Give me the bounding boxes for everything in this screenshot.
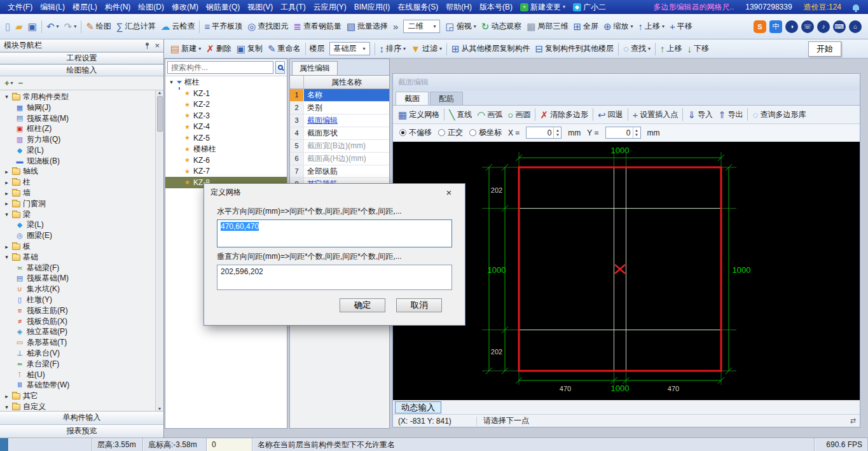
export-button[interactable]: ⇑ 导出 — [715, 108, 746, 122]
component-item[interactable]: ★ KZ-6 — [165, 155, 287, 166]
menu-item[interactable]: 构件(N) — [101, 0, 135, 14]
nav-tree-item[interactable]: ▭ 条形基础(T) — [0, 337, 163, 348]
pin-icon[interactable] — [146, 43, 149, 46]
nav-tree-item[interactable]: ▾ 常用构件类型 — [0, 92, 163, 102]
y-coordinate-input[interactable]: 0 ▲▼ — [605, 127, 641, 139]
menu-item[interactable]: 在线服务(S) — [394, 0, 442, 14]
set-insert-point-button[interactable]: + 设置插入点 — [630, 108, 681, 122]
nav-tree-item[interactable]: ≠ 筏板负筋(X) — [0, 316, 163, 327]
component-group-row[interactable]: ▾ 框柱 — [165, 76, 287, 88]
top-view-button[interactable]: ◲ 俯视 ▾ — [443, 19, 478, 34]
menu-item[interactable]: BIM应用(I) — [350, 0, 394, 14]
mic-icon[interactable]: ♪ — [817, 20, 830, 33]
nav-tree-item[interactable]: ▤ 筏板基础(M) — [0, 113, 163, 124]
import-button[interactable]: ⇓ 导入 — [685, 108, 715, 122]
nav-tree-item[interactable]: ⊥ 桩承台(V) — [0, 348, 163, 359]
delete-button[interactable]: ✗ 删除 — [203, 41, 234, 56]
tree-caret-icon[interactable]: ▾ — [4, 254, 10, 260]
property-row[interactable]: 7 全部纵筋 — [290, 165, 389, 178]
nav-tree-item[interactable]: ▸ 轴线 — [0, 167, 163, 177]
flush-slab-top-button[interactable]: ≡ 平齐板顶 — [202, 19, 245, 34]
find-button[interactable]: ◌ 查找 ▾ — [621, 41, 653, 56]
new-change-button[interactable]: + 新建变更 ▾ — [516, 0, 569, 14]
moon-icon[interactable]: ◑ — [785, 20, 798, 33]
spinner-arrows[interactable]: ▲▼ — [553, 127, 561, 138]
spinner-arrows[interactable]: ▲▼ — [633, 127, 640, 138]
open-file-button[interactable]: ▰ — [13, 20, 25, 33]
nav-tree-item[interactable]: ◎ 圈梁(E) — [0, 230, 163, 241]
menu-item[interactable]: 云应用(Y) — [310, 0, 350, 14]
filter-button[interactable]: ▼ 过滤 ▾ — [408, 41, 444, 56]
search-button[interactable] — [275, 61, 285, 74]
move-up-view-button[interactable]: ↑ 上移 ▾ — [636, 19, 668, 34]
find-element-button[interactable]: ◎ 查找图元 — [245, 19, 291, 34]
expand-all-button[interactable]: + ▾ — [4, 79, 13, 87]
offset-option-none[interactable]: 不偏移 — [399, 127, 432, 138]
component-item[interactable]: ★ KZ-2 — [165, 99, 287, 111]
assistant-button[interactable]: ◆ 广小二 — [569, 0, 610, 14]
tab-property-edit[interactable]: 属性编辑 — [292, 61, 338, 75]
save-button[interactable]: ▣ — [25, 20, 39, 33]
view-mode-select[interactable]: 二维 ▾ — [403, 20, 440, 33]
tree-caret-icon[interactable]: ▸ — [4, 190, 10, 197]
tab-section[interactable]: 截面 — [396, 92, 429, 105]
overflow-button[interactable]: » — [390, 20, 401, 33]
component-item[interactable]: ★ KZ-1 — [165, 88, 287, 99]
zhong-icon[interactable]: 中 — [769, 20, 782, 33]
nav-tree-item[interactable]: ▸ 其它 — [0, 391, 163, 401]
tree-caret-icon[interactable]: ▾ — [4, 211, 10, 218]
spin-up-icon[interactable]: ▲ — [556, 128, 560, 133]
spin-down-icon[interactable]: ▼ — [556, 133, 560, 137]
undo-button[interactable]: ↶ ▾ — [44, 20, 62, 33]
menu-item[interactable]: 钢筋量(Q) — [202, 0, 244, 14]
report-preview-button[interactable]: 报表预览 — [0, 424, 163, 438]
menu-item[interactable]: 修改(M) — [168, 0, 202, 14]
nav-tree-item[interactable]: ≃ 承台梁(F) — [0, 359, 163, 370]
close-icon[interactable]: × — [439, 187, 458, 198]
arc-button[interactable]: ◠ 画弧 — [474, 108, 505, 122]
property-row[interactable]: 6 截面高(H边)(mm) — [290, 153, 389, 165]
offset-option-ortho[interactable]: 正交 — [438, 127, 463, 138]
phone-icon[interactable]: ☏ — [801, 20, 814, 33]
sort-button[interactable]: ↕ 排序 ▾ — [377, 41, 409, 56]
nav-tree-item[interactable]: ◆ 梁(L) — [0, 145, 163, 156]
component-item[interactable]: ★ KZ-3 — [165, 110, 287, 121]
nav-tree-item[interactable]: ≍ 基础梁(F) — [0, 263, 163, 274]
scrollbar-thumb[interactable] — [157, 96, 163, 132]
offset-option-polar[interactable]: 极坐标 — [469, 127, 502, 138]
circle-button[interactable]: ○ 画圆 — [505, 108, 533, 122]
spin-up-icon[interactable]: ▲ — [635, 128, 638, 133]
nav-tree-item[interactable]: ▾ 基础 — [0, 252, 163, 263]
move-up-button[interactable]: ↑ 上移 — [658, 41, 685, 56]
start-button[interactable]: 开始 — [808, 41, 841, 57]
nav-tree-item[interactable]: ▸ 柱 — [0, 177, 163, 188]
undo-step-button[interactable]: ↩ 回退 — [595, 108, 626, 122]
home-icon[interactable]: ⌂ — [849, 20, 862, 33]
view-rebar-button[interactable]: ≣ 查看钢筋量 — [291, 19, 344, 34]
nav-tree-item[interactable]: ▾ 自定义 — [0, 401, 163, 411]
pan-button[interactable]: + 平移 — [667, 19, 695, 34]
s-logo-icon[interactable]: S — [754, 20, 766, 33]
nav-tree-item[interactable]: ▦ 轴网(J) — [0, 102, 163, 113]
tree-caret-icon[interactable]: ▸ — [4, 200, 10, 207]
tree-caret-icon[interactable]: ▸ — [4, 393, 10, 399]
component-item[interactable]: ★ KZ-5 — [165, 132, 287, 144]
redo-button[interactable]: ↷ ▾ — [62, 20, 79, 33]
nav-tree-item[interactable]: Ⅲ 基础垫带(W) — [0, 380, 163, 391]
draw-input-button[interactable]: 绘图输入 — [0, 64, 163, 76]
nav-tree-item[interactable]: ◆ 梁(L) — [0, 220, 163, 231]
rename-button[interactable]: ✎ 重命名 — [265, 41, 303, 56]
menu-item[interactable]: 工具(T) — [277, 0, 309, 14]
property-row[interactable]: 4 截面形状 — [290, 127, 389, 140]
menu-item[interactable]: 帮助(H) — [442, 0, 476, 14]
scroll-up-icon[interactable]: ▲ — [158, 90, 162, 95]
menu-item[interactable]: 楼层(L) — [69, 0, 101, 14]
horizontal-spacing-input[interactable]: 470,60,470 — [217, 219, 452, 247]
vertical-scrollbar[interactable]: ▲ ▼ — [155, 90, 163, 411]
tree-caret-icon[interactable]: ▸ — [4, 244, 10, 250]
scroll-down-icon[interactable]: ▼ — [158, 406, 162, 411]
nav-tree-item[interactable]: ▸ 板 — [0, 241, 163, 252]
tree-caret-icon[interactable]: ▸ — [4, 169, 10, 175]
draw-button[interactable]: ✎ 绘图 — [83, 19, 114, 34]
collapse-all-button[interactable]: − — [18, 79, 24, 87]
